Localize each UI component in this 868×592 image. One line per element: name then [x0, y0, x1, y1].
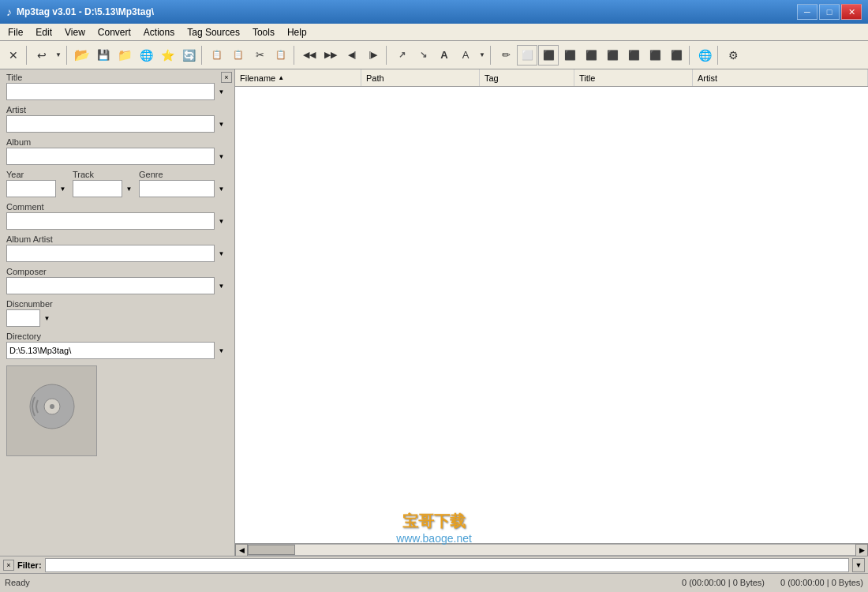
toolbar-sep-3 — [201, 46, 204, 65]
status-ready: Ready — [5, 578, 30, 587]
hscroll-thumb[interactable] — [248, 545, 295, 555]
col-filename[interactable]: Filename ▲ — [235, 69, 361, 86]
filter-input[interactable] — [45, 558, 849, 572]
undo-dropdown[interactable]: ▼ — [53, 45, 64, 66]
hscroll-left-button[interactable]: ◀ — [235, 544, 248, 556]
favorites-button[interactable]: ⭐ — [157, 45, 178, 66]
next2-button[interactable]: |▶ — [363, 45, 383, 66]
add-folder-button[interactable]: 📁 — [114, 45, 135, 66]
menu-edit[interactable]: Edit — [29, 24, 58, 40]
track-label: Track — [73, 170, 136, 179]
hscroll-area: ◀ ▶ — [235, 543, 868, 556]
save-button[interactable]: 💾 — [93, 45, 114, 66]
tag-button[interactable]: ⬜ — [517, 45, 537, 66]
filter-close-button[interactable]: × — [3, 560, 14, 571]
directory-wrapper: ▼ — [6, 342, 228, 359]
year-track-genre-row: Year ▼ Track ▼ Genre ▼ — [6, 170, 228, 197]
paste-button[interactable]: 📋 — [271, 45, 291, 66]
undo-button[interactable]: ↩ — [32, 45, 52, 66]
toolbar-sep-2 — [66, 46, 69, 65]
col-artist[interactable]: Artist — [693, 69, 868, 86]
menu-help[interactable]: Help — [281, 24, 313, 40]
maximize-button[interactable]: □ — [819, 4, 840, 20]
track-dropdown-arrow[interactable]: ▼ — [122, 180, 136, 197]
col-title[interactable]: Title — [574, 69, 693, 86]
album-artist-input[interactable] — [6, 245, 228, 262]
tag4-button[interactable]: ⬛ — [581, 45, 601, 66]
cut-button[interactable]: ✂ — [249, 45, 270, 66]
tag7-button[interactable]: ⬛ — [645, 45, 665, 66]
year-dropdown-arrow[interactable]: ▼ — [55, 180, 69, 197]
tag2-button[interactable]: ⬛ — [538, 45, 559, 66]
filter-label: Filter: — [17, 560, 42, 570]
discnumber-dropdown-arrow[interactable]: ▼ — [39, 309, 54, 327]
artist-label: Artist — [6, 105, 228, 114]
prev2-button[interactable]: ◀| — [342, 45, 362, 66]
hscroll-right-button[interactable]: ▶ — [855, 544, 868, 556]
menu-view[interactable]: View — [58, 24, 92, 40]
directory-input[interactable] — [6, 342, 228, 359]
toolbar-sep-8 — [717, 46, 720, 65]
comment-dropdown-arrow[interactable]: ▼ — [214, 212, 228, 230]
title-bar: ♪ Mp3tag v3.01 - D:\5.13\Mp3tag\ ─ □ ✕ — [0, 0, 868, 24]
left-panel-close-button[interactable]: × — [221, 72, 232, 83]
toolbar: ✕ ↩ ▼ 📂 💾 📁 🌐 ⭐ 🔄 📋 📋 ✂ 📋 ◀◀ ▶▶ ◀| |▶ ↗ … — [0, 41, 868, 69]
filename-col-label: Filename — [240, 73, 275, 83]
refresh-button[interactable]: 🔄 — [178, 45, 199, 66]
tag5-button[interactable]: ⬛ — [602, 45, 623, 66]
title-input[interactable] — [6, 83, 228, 100]
menu-actions[interactable]: Actions — [137, 24, 181, 40]
settings-button[interactable]: ⚙ — [723, 45, 743, 66]
hscroll-track[interactable] — [248, 544, 855, 556]
menu-tools[interactable]: Tools — [246, 24, 281, 40]
menu-bar: File Edit View Convert Actions Tag Sourc… — [0, 24, 868, 41]
genre-label: Genre — [139, 170, 228, 179]
file-table-header: Filename ▲ Path Tag Title Artist — [235, 69, 868, 87]
close-button[interactable]: ✕ — [841, 4, 862, 20]
col-path[interactable]: Path — [361, 69, 480, 86]
format-a-button[interactable]: A — [434, 45, 455, 66]
genre-dropdown-arrow[interactable]: ▼ — [214, 180, 228, 197]
app-title: Mp3tag v3.01 - D:\5.13\Mp3tag\ — [17, 6, 154, 17]
composer-label: Composer — [6, 267, 228, 276]
album-dropdown-arrow[interactable]: ▼ — [214, 148, 228, 165]
edit-button[interactable]: ✏ — [496, 45, 516, 66]
album-input[interactable] — [6, 148, 228, 165]
artist-dropdown-arrow[interactable]: ▼ — [214, 115, 228, 133]
album-artist-dropdown-arrow[interactable]: ▼ — [214, 245, 228, 262]
export-button[interactable]: ↗ — [391, 45, 412, 66]
copy-tag-button[interactable]: 📋 — [207, 45, 227, 66]
album-wrapper: ▼ — [6, 148, 228, 165]
menu-file[interactable]: File — [2, 24, 29, 40]
title-dropdown-arrow[interactable]: ▼ — [214, 83, 228, 100]
tag6-button[interactable]: ⬛ — [623, 45, 644, 66]
composer-input[interactable] — [6, 277, 228, 294]
album-label: Album — [6, 137, 228, 147]
menu-tag-sources[interactable]: Tag Sources — [181, 24, 246, 40]
web-button[interactable]: 🌐 — [136, 45, 156, 66]
album-artist-field-group: Album Artist ▼ — [6, 234, 228, 262]
open-folder-button[interactable]: 📂 — [72, 45, 92, 66]
remove-button[interactable]: ✕ — [3, 45, 24, 66]
minimize-button[interactable]: ─ — [797, 4, 817, 20]
composer-wrapper: ▼ — [6, 277, 228, 294]
next-button[interactable]: ▶▶ — [320, 45, 341, 66]
globe-button[interactable]: 🌐 — [694, 45, 715, 66]
toolbar-sep-5 — [386, 46, 389, 65]
comment-input[interactable] — [6, 212, 228, 230]
artist-input[interactable] — [6, 115, 228, 133]
sort-asc-icon: ▲ — [278, 74, 284, 81]
tag8-button[interactable]: ⬛ — [666, 45, 687, 66]
tag3-button[interactable]: ⬛ — [559, 45, 580, 66]
directory-label: Directory — [6, 332, 228, 341]
import-button[interactable]: ↘ — [413, 45, 433, 66]
menu-convert[interactable]: Convert — [92, 24, 137, 40]
format-b-button[interactable]: A — [455, 45, 476, 66]
col-tag[interactable]: Tag — [480, 69, 574, 86]
prev-button[interactable]: ◀◀ — [299, 45, 320, 66]
composer-dropdown-arrow[interactable]: ▼ — [214, 277, 228, 294]
filter-dropdown-button[interactable]: ▼ — [852, 558, 865, 572]
format-dropdown[interactable]: ▼ — [477, 45, 488, 66]
paste-tag-button[interactable]: 📋 — [228, 45, 249, 66]
directory-dropdown-arrow[interactable]: ▼ — [214, 342, 228, 359]
